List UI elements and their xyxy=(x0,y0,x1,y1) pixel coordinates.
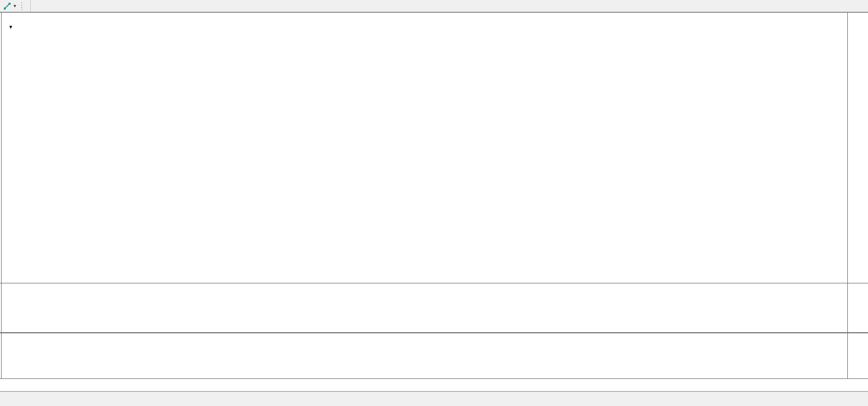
panel-separator xyxy=(0,378,868,379)
chart-menu-arrow-icon[interactable]: ▼ xyxy=(8,24,13,30)
panel-separator[interactable] xyxy=(0,332,868,333)
mt4-window: { "toolbar": { "line_studies_icon": "lin… xyxy=(0,0,868,406)
toolbar-grip[interactable] xyxy=(21,2,24,10)
main-chart-canvas[interactable] xyxy=(0,13,847,283)
panel-separator[interactable] xyxy=(0,283,868,283)
chart-title: ▼ xyxy=(5,15,19,30)
timeframe-toolbar xyxy=(27,0,31,12)
chevron-down-icon[interactable]: ▼ xyxy=(13,4,17,8)
line-studies-button[interactable]: ▼ xyxy=(0,1,19,11)
macd-pane-label xyxy=(3,335,8,348)
macd-canvas[interactable] xyxy=(0,334,847,378)
line-studies-icon xyxy=(3,2,11,10)
top-toolbar: ▼ xyxy=(0,0,868,12)
rsi-pane-label xyxy=(3,286,8,299)
chart-tabbar xyxy=(0,391,868,406)
rsi-canvas[interactable] xyxy=(0,284,847,332)
price-axis-border xyxy=(847,12,848,379)
